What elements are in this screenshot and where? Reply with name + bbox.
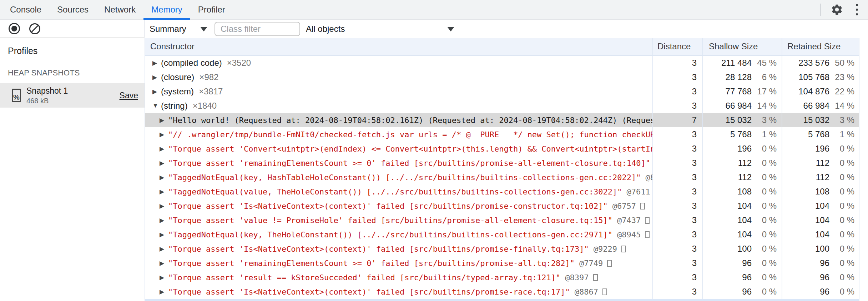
shallow-bytes: 66 984 (703, 101, 752, 111)
disclosure-triangle-icon[interactable] (160, 174, 167, 181)
profiles-sidebar: Profiles HEAP SNAPSHOTS Snapshot 1 468 k… (0, 38, 145, 301)
retained-bytes: 96 (782, 272, 829, 282)
grid-header: Constructor Distance Shallow Size Retain… (145, 38, 859, 56)
devtools-window: Console Sources Network Memory Profiler … (0, 0, 868, 301)
disclosure-triangle-icon[interactable] (160, 131, 167, 138)
object-id: @8 (646, 173, 653, 182)
table-row[interactable]: "Hello world! (Requested at: 2024-08-19T… (145, 113, 859, 127)
tab-profiler[interactable]: Profiler (190, 0, 233, 19)
object-id: @9229 (594, 245, 617, 253)
disclosure-triangle-icon[interactable] (160, 245, 167, 253)
table-row[interactable]: (closure) ×982 3 28 128 6 % 105 768 23 % (145, 70, 859, 84)
box-glyph-icon (645, 231, 650, 238)
disclosure-triangle-icon[interactable] (160, 145, 167, 153)
grid-rows: (compiled code) ×3520 3 211 484 45 % 233… (145, 56, 859, 299)
box-glyph-icon (607, 260, 612, 267)
retained-bytes: 112 (782, 158, 829, 168)
box-glyph-icon (640, 203, 645, 209)
disclosure-triangle-icon[interactable] (152, 59, 160, 67)
disclosure-triangle-icon[interactable] (152, 74, 160, 81)
table-row[interactable]: "TaggedNotEqual(value, TheHoleConstant()… (145, 184, 859, 199)
string-value: "TaggedNotEqual(value, TheHoleConstant()… (168, 187, 622, 196)
retained-size-cell: 112 0 % (782, 170, 859, 184)
perspective-select[interactable]: Summary (150, 24, 207, 34)
table-row[interactable]: "TaggedNotEqual(key, TheHoleConstant()) … (145, 227, 859, 242)
tab-network[interactable]: Network (96, 0, 143, 19)
table-row[interactable]: (system) ×3817 3 77 768 17 % 104 876 22 … (145, 84, 859, 99)
tab-sources[interactable]: Sources (49, 0, 96, 19)
shallow-percent: 3 % (752, 115, 777, 125)
disclosure-triangle-icon[interactable] (160, 117, 167, 124)
shallow-size-cell: 196 0 % (703, 142, 782, 156)
retained-size-cell: 105 768 23 % (782, 70, 859, 84)
constructor-cell: "Torque assert 'value != PromiseHole' fa… (145, 213, 653, 227)
column-header-constructor[interactable]: Constructor (145, 38, 653, 55)
class-filter-input[interactable] (215, 22, 300, 36)
tab-memory[interactable]: Memory (143, 0, 190, 19)
object-id: @7611 (627, 187, 650, 196)
shallow-bytes: 104 (703, 215, 752, 225)
shallow-bytes: 96 (703, 258, 752, 268)
shallow-size-cell: 104 0 % (703, 227, 782, 242)
retained-bytes: 196 (782, 144, 829, 154)
disclosure-triangle-icon[interactable] (160, 288, 167, 296)
shallow-bytes: 96 (703, 272, 752, 282)
retained-percent: 0 % (829, 187, 854, 197)
constructor-cell: (compiled code) ×3520 (145, 56, 653, 70)
snapshot-size: 468 kB (26, 97, 68, 105)
retained-bytes: 105 768 (782, 72, 829, 82)
toolbar-row: Summary All objects (0, 20, 868, 38)
table-row[interactable]: "Torque assert 'Is<NativeContext>(contex… (145, 242, 859, 256)
tab-console[interactable]: Console (2, 0, 49, 19)
string-value: "Torque assert 'remainingElementsCount >… (168, 259, 575, 268)
string-value: "Torque assert 'remainingElementsCount >… (168, 159, 650, 168)
string-value: "Torque assert 'Is<NativeContext>(contex… (168, 245, 589, 253)
retained-bytes: 15 032 (782, 115, 829, 125)
retained-size-cell: 233 576 50 % (782, 56, 859, 70)
table-row[interactable]: "Torque assert 'remainingElementsCount >… (145, 156, 859, 170)
objects-scope-select[interactable]: All objects (306, 24, 454, 34)
sidebar-item-snapshot-1[interactable]: Snapshot 1 468 kB Save (0, 83, 145, 108)
object-id: @8397 (565, 273, 589, 282)
record-heap-snapshot-icon[interactable] (9, 23, 20, 34)
table-row[interactable]: "Torque assert 'Is<NativeContext>(contex… (145, 199, 859, 213)
table-row[interactable]: "Torque assert 'Is<NativeContext>(contex… (145, 285, 859, 299)
disclosure-triangle-icon[interactable] (160, 217, 167, 224)
table-row[interactable]: "Torque assert 'remainingElementsCount >… (145, 256, 859, 270)
shallow-bytes: 112 (703, 158, 752, 168)
table-row[interactable]: "Torque assert 'result == kStoreSucceded… (145, 270, 859, 285)
column-header-retained-size[interactable]: Retained Size (782, 38, 859, 55)
table-row[interactable]: "Torque assert 'value != PromiseHole' fa… (145, 213, 859, 227)
table-row[interactable]: (compiled code) ×3520 3 211 484 45 % 233… (145, 56, 859, 70)
disclosure-triangle-icon[interactable] (160, 231, 167, 238)
disclosure-triangle-icon[interactable] (160, 260, 167, 267)
shallow-percent: 0 % (752, 172, 777, 182)
profiles-toolbar (0, 20, 145, 38)
retained-percent: 3 % (829, 115, 854, 125)
memory-toolbar: Summary All objects (145, 20, 868, 38)
string-value: "Torque assert 'value != PromiseHole' fa… (168, 216, 612, 225)
table-row[interactable]: "// .wrangler/tmp/bundle-FmNIt0/checked-… (145, 127, 859, 142)
table-row[interactable]: (string) ×1840 3 66 984 14 % 66 984 14 % (145, 99, 859, 113)
disclosure-triangle-icon[interactable] (160, 159, 167, 167)
column-header-shallow-size[interactable]: Shallow Size (703, 38, 782, 55)
disclosure-triangle-icon[interactable] (152, 88, 160, 95)
disclosure-triangle-icon[interactable] (160, 188, 167, 196)
table-row[interactable]: "Torque assert 'Convert<uintptr>(endInde… (145, 142, 859, 156)
save-snapshot-link[interactable]: Save (120, 91, 138, 100)
clear-profiles-icon[interactable] (29, 23, 40, 34)
distance-cell: 3 (653, 184, 703, 199)
snapshot-name: Snapshot 1 (26, 86, 68, 96)
distance-cell: 3 (653, 270, 703, 285)
column-header-distance[interactable]: Distance (653, 38, 703, 55)
disclosure-triangle-icon[interactable] (152, 102, 160, 109)
disclosure-triangle-icon[interactable] (160, 202, 167, 210)
string-value: "Torque assert 'Is<NativeContext>(contex… (168, 202, 608, 211)
more-vertical-icon[interactable] (853, 3, 861, 17)
constructor-cell: (closure) ×982 (145, 70, 653, 84)
constructor-cell: "Hello world! (Requested at: 2024-08-19T… (145, 113, 653, 127)
settings-gear-icon[interactable] (831, 4, 843, 16)
disclosure-triangle-icon[interactable] (160, 274, 167, 281)
table-row[interactable]: "TaggedNotEqual(key, HashTableHoleConsta… (145, 170, 859, 184)
distance-cell: 3 (653, 256, 703, 270)
